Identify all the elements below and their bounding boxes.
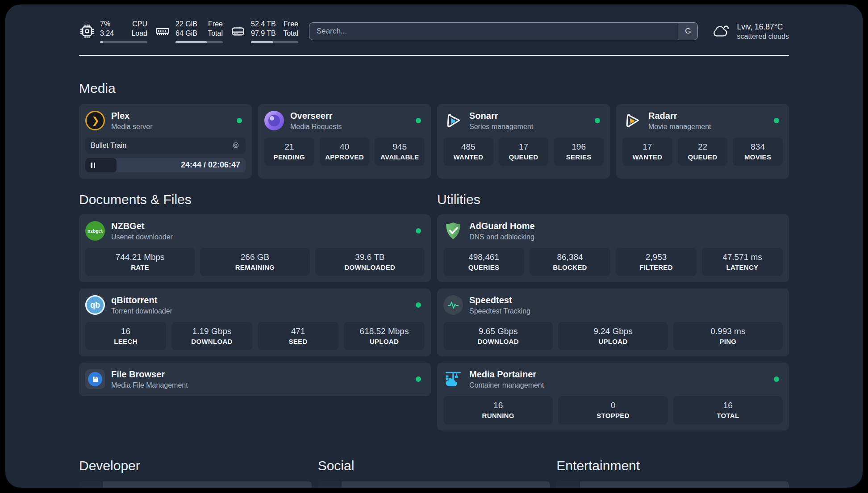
search-bar: G [309,22,698,40]
service-card-speedtest[interactable]: Speedtest Speedtest Tracking 9.65 GbpsDO… [437,288,789,356]
stat-value: 471 [260,326,336,336]
service-card-radarr[interactable]: Radarr Movie management 17WANTED 22QUEUE… [616,104,789,179]
service-card-adguard[interactable]: AdGuard Home DNS and adblocking 498,461Q… [437,214,789,282]
stat-box: 618.52 MbpsUPLOAD [344,322,425,350]
stat-box: 39.6 TBDOWNLOADED [315,248,425,276]
stat-value: 744.21 Mbps [88,252,192,262]
stat-label: QUERIES [446,263,522,271]
stat-box: 21PENDING [264,138,314,166]
status-dot [774,118,779,123]
bookmark-url: github.com [269,487,304,488]
status-dot [237,118,242,123]
stat-box: 17WANTED [622,138,672,166]
section-heading-entertainment: Entertainment [556,458,789,473]
stat-value: 9.24 Gbps [561,326,665,336]
disk-widget: 52.4 TBFree 97.9 TBTotal [230,20,298,43]
service-card-overseerr[interactable]: Overseerr Media Requests 21PENDING 40APP… [258,104,431,179]
cpu-usage: 7% [100,20,110,29]
weather-condition: scattered clouds [737,33,789,41]
playback-progress-fill [85,158,117,172]
documents-column: Documents & Files nzbget NZBGet Usenet d… [79,179,431,396]
load-label: Load [131,29,147,38]
stat-value: 945 [377,142,422,152]
service-title: Overseerr [290,110,342,121]
stat-value: 22 [680,142,725,152]
playback-progress: 24:44 / 02:06:47 [85,158,246,172]
stat-value: 47.571 ms [705,252,780,262]
stat-box: 16LEECH [85,322,166,350]
section-heading-documents: Documents & Files [79,192,431,207]
status-dot [416,302,421,308]
sonarr-icon [443,111,463,130]
service-card-plex[interactable]: ❯ Plex Media server Bullet Train 24:44 /… [79,104,252,179]
free-label: Free [208,20,223,29]
stat-row: 9.65 GbpsDOWNLOAD 9.24 GbpsUPLOAD 0.993 … [443,322,783,350]
stat-box: 498,461QUERIES [443,248,524,276]
search-provider-button[interactable]: G [678,23,697,40]
bookmark-abbr: LI [318,481,340,488]
service-title: qBittorrent [111,295,172,306]
stat-box: 16RUNNING [443,396,553,424]
stat-value: 1.19 Gbps [174,326,250,336]
service-title: File Browser [111,369,188,380]
bookmark-url: linkedin.com [503,487,543,488]
service-title: Speedtest [469,295,530,306]
stat-label: STOPPED [561,412,665,419]
service-subtitle: Media server [111,122,152,131]
section-heading-developer: Developer [79,458,312,473]
status-dot [416,118,421,123]
service-subtitle: Speedtest Tracking [469,307,530,316]
now-playing-title: Bullet Train [91,142,126,150]
header-divider [79,55,789,56]
stat-label: WANTED [625,153,670,161]
stat-box: 485WANTED [443,138,493,166]
adguard-icon [443,221,463,241]
service-title: Plex [111,110,152,121]
stat-box: 17QUEUED [499,138,549,166]
overseerr-icon [264,111,284,130]
stat-label: PENDING [267,153,312,161]
bookmark-youtube[interactable]: YT YouTubeyoutube.com [556,481,789,488]
stat-value: 21 [267,142,312,152]
service-subtitle: Usenet downloader [111,233,173,242]
service-title: NZBGet [111,221,173,232]
disk-total: 97.9 TB [251,29,276,38]
service-card-portainer[interactable]: Media Portainer Container management 16R… [437,363,789,430]
stat-row: 16LEECH 1.19 GbpsDOWNLOAD 471SEED 618.52… [85,322,425,350]
stat-label: UPLOAD [561,338,665,345]
stat-label: MOVIES [735,153,780,161]
bookmarks-social: Social LI LinkedInlinkedin.com TW Twitte… [318,430,551,488]
service-card-nzbget[interactable]: nzbget NZBGet Usenet downloader 744.21 M… [79,214,431,282]
disk-icon [230,23,246,39]
stat-row: 485WANTED 17QUEUED 196SERIES [443,138,604,166]
search-input[interactable] [309,23,678,40]
nzbget-icon: nzbget [85,221,105,241]
service-card-sonarr[interactable]: Sonarr Series management 485WANTED 17QUE… [437,104,610,179]
stat-value: 17 [625,142,670,152]
stat-box: 834MOVIES [733,138,783,166]
bookmark-url: youtube.com [741,487,782,488]
system-resources: 7%CPU 3.24Load 22 GiBFree 64 GiBTotal [79,20,298,43]
service-card-filebrowser[interactable]: File Browser Media File Management [79,363,431,396]
speedtest-icon [443,295,463,315]
stat-label: QUEUED [501,153,546,161]
stat-value: 485 [446,142,491,152]
service-card-qbittorrent[interactable]: qb qBittorrent Torrent downloader 16LEEC… [79,288,431,356]
bookmark-linkedin[interactable]: LI LinkedInlinkedin.com [318,481,551,488]
service-subtitle: Movie management [648,122,711,131]
service-title: Radarr [648,110,711,121]
memory-widget: 22 GiBFree 64 GiBTotal [154,20,223,43]
service-subtitle: Torrent downloader [111,307,172,316]
stat-label: RUNNING [446,412,550,419]
stat-box: 1.19 GbpsDOWNLOAD [171,322,252,350]
status-dot [774,376,779,382]
status-dot [595,118,600,123]
stat-box: 0STOPPED [558,396,668,424]
top-bar: 7%CPU 3.24Load 22 GiBFree 64 GiBTotal [79,20,789,43]
disk-progress-bar [251,41,298,43]
bookmark-github[interactable]: GH Githubgithub.com [79,481,312,488]
service-title: AdGuard Home [469,221,535,232]
radarr-icon [622,111,642,130]
stat-label: DOWNLOAD [446,338,550,345]
total-label: Total [283,29,298,38]
